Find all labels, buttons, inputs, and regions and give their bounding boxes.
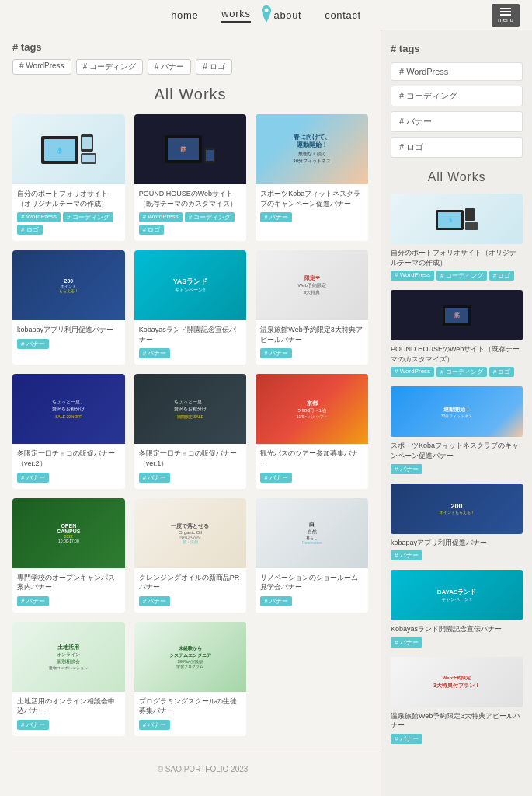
tag-coding[interactable]: # コーディング [76, 59, 143, 75]
nav-about[interactable]: about [274, 9, 302, 21]
menu-label: menu [498, 16, 513, 23]
sidebar-work-5[interactable]: BAYASランド キャンペーン!! Kobayasランド開園記念宣伝バナー # … [391, 570, 523, 648]
work-info-3: スポーツKobaフィットネスクラブのキャンペーン促進バナー # バナー [256, 184, 368, 229]
work-thumb-4: 200 ポイント もらえる！ [12, 250, 125, 320]
work-item-1[interactable]: 💧 [12, 114, 125, 241]
nav-contact[interactable]: contact [325, 9, 360, 21]
work-tag[interactable]: # バナー [17, 339, 49, 349]
sidebar-thumb-5: BAYASランド キャンペーン!! [391, 570, 523, 620]
work-item-3[interactable]: 春に向けて、運動開始！ 無理なく続く30分フィットネス スポーツKobaフィット… [256, 114, 368, 241]
tags-title: # tags [12, 41, 368, 53]
work-info-11: クレンジングオイルの新商品PRバナー # バナー [134, 568, 247, 613]
work-tags-10: # バナー [17, 596, 120, 606]
sidebar-work-tag[interactable]: # コーディング [436, 367, 487, 377]
work-tag[interactable]: # ロゴ [139, 225, 165, 235]
sidebar-work-tags-6: # バナー [391, 734, 523, 744]
work-tag[interactable]: # ロゴ [17, 225, 43, 235]
sidebar-work-tag[interactable]: # バナー [391, 464, 422, 474]
work-item-10[interactable]: OPEN CAMPUS 2022 10:00-17:00 専門学校のオープンキャ… [12, 498, 125, 613]
work-item-2[interactable]: 筋 POUND HOUSEのWebサイト（既存テーマのカスタマイズ [134, 114, 247, 241]
sidebar-work-tag[interactable]: # WordPress [391, 271, 434, 281]
work-tags-6: # バナー [260, 348, 363, 358]
work-tag[interactable]: # バナー [139, 720, 171, 730]
work-tags-5: # バナー [139, 348, 242, 358]
tag-logo[interactable]: # ロゴ [196, 59, 231, 75]
sidebar-work-tags-2: # WordPress # コーディング # ロゴ [391, 367, 523, 377]
work-title-12: リノベーションのショールーム見学会バナー [260, 573, 363, 592]
work-tag[interactable]: # バナー [260, 212, 292, 222]
sidebar-tag-coding[interactable]: # コーディング [391, 86, 523, 106]
work-tag[interactable]: # WordPress [17, 212, 61, 222]
site-footer: © SAO PORTFOLIO 2023 [12, 752, 393, 786]
sidebar-tag-wordpress[interactable]: # WordPress [391, 62, 523, 81]
work-thumb-10: OPEN CAMPUS 2022 10:00-17:00 [12, 498, 125, 568]
sidebar-work-6[interactable]: Web予約限定 3大特典付プラン！ 温泉旅館Web予約限定3大特典アピールバナー… [391, 657, 523, 744]
sidebar-work-title-2: POUND HOUSEのWebサイト（既存テーマのカスタマイズ） [391, 344, 523, 364]
work-info-2: POUND HOUSEのWebサイト（既存テーマのカスタマイズ） # WordP… [134, 184, 247, 241]
work-tag[interactable]: # WordPress [139, 212, 183, 222]
work-item-11[interactable]: 一度で落とせる Organic Oil NADAWAI 新・洗顔 クレンジングオ… [134, 498, 247, 613]
work-info-9: 観光バスのツアー参加募集バナー # バナー [256, 444, 368, 488]
nav-home[interactable]: home [171, 9, 198, 21]
work-title-2: POUND HOUSEのWebサイト（既存テーマのカスタマイズ） [139, 189, 242, 208]
work-tags-9: # バナー [260, 473, 363, 483]
work-item-14[interactable]: 未経験から システムエンジニア 180%の実践型 学習プログラム プログラミング… [134, 622, 247, 736]
sidebar-work-tag[interactable]: # ロゴ [489, 271, 515, 281]
sidebar-work-1[interactable]: 💧 自分のポートフォリオサイト（オリジナルテーマの作成） # WordPress… [391, 194, 523, 281]
sidebar-work-3[interactable]: 運動開始！ 30分フィットネス スポーツKobaフィットネスクラブのキャンペーン… [391, 386, 523, 473]
work-title-6: 温泉旅館Web予約限定3大特典アピールバナー [260, 325, 363, 344]
sidebar-thumb-6: Web予約限定 3大特典付プラン！ [391, 657, 523, 707]
sidebar-work-tag[interactable]: # バナー [391, 550, 422, 560]
work-tag[interactable]: # バナー [260, 348, 292, 358]
work-title-9: 観光バスのツアー参加募集バナー [260, 449, 363, 468]
sidebar-work-4[interactable]: 200 ポイントもらえる！ kobapayアプリ利用促進バナー # バナー [391, 484, 523, 561]
work-item-6[interactable]: 限定❤ Web予約限定3大特典 温泉旅館Web予約限定3大特典アピールバナー #… [256, 250, 368, 365]
work-item-13[interactable]: 土地活用 オンライン 個別相談会 建物コーポレーション 土地活用のオンライン相談… [12, 622, 125, 736]
work-tag[interactable]: # バナー [139, 348, 171, 358]
sidebar-work-tag[interactable]: # WordPress [391, 367, 434, 377]
work-tag[interactable]: # バナー [260, 596, 292, 606]
works-grid: 💧 [12, 114, 368, 736]
work-item-12[interactable]: 白 自然 暮らし Renovation リノベーションのショールーム見学会バナー… [256, 498, 368, 613]
sidebar-work-title-6: 温泉旅館Web予約限定3大特典アピールバナー [391, 711, 523, 731]
work-item-7[interactable]: ちょっと一息、 贅沢をお裾分け SALE 20%OFF 冬限定一口チョコの販促バ… [12, 374, 125, 488]
work-title-11: クレンジングオイルの新商品PRバナー [139, 573, 242, 592]
work-tag[interactable]: # バナー [17, 720, 49, 730]
work-tags-8: # バナー [139, 473, 242, 483]
work-item-5[interactable]: YASランド キャンペーン!! Kobayasランド開園記念宣伝バナー # バナ… [134, 250, 247, 365]
work-tag[interactable]: # バナー [139, 596, 171, 606]
work-tag[interactable]: # コーディング [185, 212, 235, 222]
work-tags-2: # WordPress # コーディング # ロゴ [139, 212, 242, 235]
work-item-9[interactable]: 京都 5,980円〜1泊 11/9〜パスツアー 観光バスのツアー参加募集バナー … [256, 374, 368, 488]
tag-wordpress[interactable]: # WordPress [12, 59, 71, 75]
sidebar-work-tag[interactable]: # バナー [391, 637, 422, 648]
sidebar-work-tag[interactable]: # ロゴ [489, 367, 515, 377]
sidebar-work-title-4: kobapayアプリ利用促進バナー [391, 538, 523, 548]
work-tag[interactable]: # バナー [17, 473, 49, 483]
work-thumb-1: 💧 [12, 114, 125, 184]
tag-banner[interactable]: # バナー [148, 59, 191, 75]
work-tag[interactable]: # バナー [260, 473, 292, 483]
work-tags-14: # バナー [139, 720, 242, 730]
work-info-10: 専門学校のオープンキャンパス案内バナー # バナー [12, 568, 125, 613]
nav-works[interactable]: works [221, 8, 250, 23]
sidebar-work-tag[interactable]: # コーディング [436, 271, 487, 281]
menu-button[interactable]: menu [492, 4, 520, 27]
work-tags-11: # バナー [139, 596, 242, 606]
work-info-5: Kobayasランド開園記念宣伝バナー # バナー [134, 320, 247, 365]
work-tag[interactable]: # バナー [17, 596, 49, 606]
work-item-4[interactable]: 200 ポイント もらえる！ kobapayアプリ利用促進バナー # バナー [12, 250, 125, 365]
work-tag[interactable]: # バナー [139, 473, 171, 483]
tags-list: # WordPress # コーディング # バナー # ロゴ [12, 59, 368, 75]
sidebar-tag-banner[interactable]: # バナー [391, 111, 523, 132]
sidebar-tag-logo[interactable]: # ロゴ [391, 137, 523, 158]
sidebar-work-2[interactable]: 筋 POUND HOUSEのWebサイト（既存テーマのカスタマイズ） # Wor… [391, 290, 523, 377]
sidebar-work-tag[interactable]: # バナー [391, 734, 422, 744]
tags-section: # tags # WordPress # コーディング # バナー # ロゴ [12, 41, 368, 75]
work-title-13: 土地活用のオンライン相談会申込バナー [17, 696, 120, 716]
work-info-13: 土地活用のオンライン相談会申込バナー # バナー [12, 692, 125, 736]
work-info-12: リノベーションのショールーム見学会バナー # バナー [256, 568, 368, 613]
sidebar-work-title-1: 自分のポートフォリオサイト（オリジナルテーマの作成） [391, 248, 523, 267]
work-tag[interactable]: # コーディング [63, 212, 113, 222]
work-item-8[interactable]: ちょっと一息、 贅沢をお裾分け 期間限定 SALE 冬限定一口チョコの販促バナー… [134, 374, 247, 488]
